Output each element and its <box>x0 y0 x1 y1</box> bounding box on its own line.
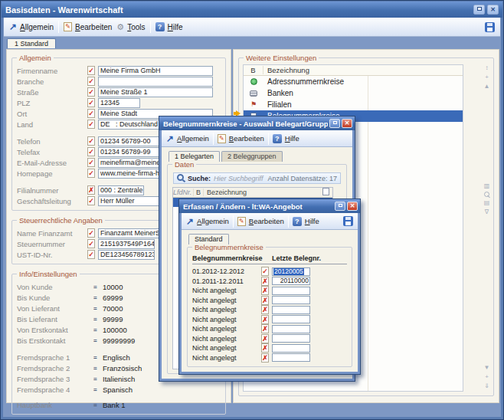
tree-row-adressnummernkreise[interactable]: Adressnummernkreise <box>244 76 463 87</box>
tab-beleggruppen[interactable]: 2 Beleggruppen <box>221 151 283 162</box>
locked-doc-icon[interactable]: ✗ <box>261 286 269 295</box>
tab-belegarten[interactable]: 1 Belegarten <box>169 151 220 162</box>
edit-doc-icon[interactable]: ✓ <box>87 239 95 248</box>
edit-doc-icon[interactable]: ✓ <box>87 66 95 75</box>
close-button[interactable]: ✕ <box>487 5 499 15</box>
edit-page-icon: ✎ <box>237 217 246 226</box>
bearbeiten-button[interactable]: ✎ Bearbeiten <box>237 217 284 226</box>
sort-icon[interactable]: ↕ <box>486 64 489 74</box>
search-placeholder[interactable]: Hier Suchbegriff <box>214 175 263 182</box>
locked-doc-icon[interactable]: ✗ <box>261 277 269 286</box>
restore-button[interactable] <box>329 119 340 128</box>
locked-doc-icon[interactable]: ✗ <box>261 315 269 324</box>
add-bottom-icon[interactable]: + <box>485 373 489 382</box>
edit-doc-icon[interactable]: ✓ <box>87 98 95 107</box>
allgemein-button[interactable]: ↗ Allgemein <box>166 134 209 143</box>
belegnr-input[interactable] <box>272 296 310 304</box>
belegnr-input[interactable] <box>272 306 310 314</box>
hilfe-button[interactable]: ? Hilfe <box>273 134 299 143</box>
belegnr-input[interactable] <box>272 315 310 323</box>
filter-icon[interactable]: ∇ <box>485 208 489 218</box>
beleg-row: Nicht angelegt✗ <box>191 286 348 296</box>
belegnr-input[interactable] <box>272 344 310 353</box>
tree-tool-strip: ↕ + ▲ ▥ ▤ ∇ ▼ + ⇓ <box>482 64 492 392</box>
locked-doc-icon[interactable]: ✗ <box>261 324 269 333</box>
locked-doc-icon[interactable]: ✗ <box>87 185 95 195</box>
readonly-icon: = <box>93 386 103 393</box>
search-icon <box>177 174 185 182</box>
filialnummer-field[interactable]: 000 : Zentrale <box>98 185 144 195</box>
bearbeiten-button[interactable]: ✎ Bearbeiten <box>64 22 112 31</box>
belegnr-input[interactable] <box>272 325 310 333</box>
readonly-icon: = <box>93 284 103 290</box>
edit-doc-icon[interactable]: ✓ <box>87 109 95 118</box>
tree-row-banken[interactable]: Banken <box>244 87 463 99</box>
edit-doc-icon[interactable]: ✓ <box>87 136 95 146</box>
move-up-icon[interactable]: ▲ <box>484 83 490 92</box>
locked-doc-icon[interactable]: ✗ <box>261 296 269 305</box>
belegnr-input[interactable]: 20110000 <box>272 277 310 285</box>
locked-doc-icon[interactable]: ✗ <box>261 334 269 343</box>
group-caption: Allgemein <box>17 54 54 62</box>
title-bar: Basisdaten - Warenwirtschaft ✕ <box>2 2 502 18</box>
edit-doc-icon[interactable]: ✓ <box>261 267 269 276</box>
edit-doc-icon[interactable]: ✓ <box>87 147 95 156</box>
locked-doc-icon[interactable]: ✗ <box>261 343 269 353</box>
plz-field[interactable]: 12345 <box>98 98 140 108</box>
edit-doc-icon[interactable]: ✓ <box>87 169 95 178</box>
tools-button[interactable]: ⚙ Tools <box>116 23 145 31</box>
tree-header[interactable]: B Bezeichnung <box>244 65 463 76</box>
toolbar-separator <box>288 215 289 228</box>
belegnr-input[interactable]: 20120005 <box>272 267 310 276</box>
save-button[interactable] <box>485 22 495 32</box>
hilfe-button[interactable]: ? Hilfe <box>293 217 319 226</box>
ustid-field[interactable]: DE123456789123 <box>98 250 155 260</box>
edit-doc-icon[interactable]: ✓ <box>87 196 95 205</box>
bearbeiten-button[interactable]: ✎ Bearbeiten <box>218 134 264 143</box>
allgemein-button[interactable]: ↗ Allgemein <box>186 217 229 225</box>
restore-button[interactable] <box>473 5 485 15</box>
firmenname-field[interactable]: Meine Firma GmbH <box>98 66 213 76</box>
copy-icon[interactable] <box>320 189 332 195</box>
belegnr-input[interactable] <box>272 353 310 362</box>
edit-doc-icon[interactable]: ✓ <box>87 158 95 167</box>
restore-button[interactable] <box>335 202 345 211</box>
beleg-row: 01.2012-12.2012✓20120005 <box>191 267 348 277</box>
close-button[interactable]: ✕ <box>342 119 352 128</box>
belegnr-input[interactable] <box>272 287 310 295</box>
rows-icon[interactable]: ▤ <box>484 199 490 208</box>
tree-row-filialen[interactable]: ⚑ Filialen <box>244 99 463 110</box>
columns-icon[interactable]: ▥ <box>484 182 490 192</box>
strasse-field[interactable]: Meine Straße 1 <box>98 87 213 97</box>
toolbar-separator <box>233 215 234 228</box>
to-bottom-icon[interactable]: ⇓ <box>484 382 489 392</box>
search-bar[interactable]: Suche: Hier Suchbegriff Anzahl Datensätz… <box>173 172 341 184</box>
edit-doc-icon[interactable]: ✓ <box>87 87 95 97</box>
readonly-icon: = <box>93 294 103 301</box>
finanzamt-field[interactable]: Finanzamt MeinerStadt <box>98 228 165 238</box>
steuernummer-field[interactable]: 2151937549P1644 <box>98 239 155 249</box>
belegnr-input[interactable] <box>272 334 310 343</box>
add-icon[interactable]: + <box>485 74 489 83</box>
edit-doc-icon[interactable]: ✓ <box>87 250 95 259</box>
move-down-icon[interactable]: ▼ <box>484 364 490 373</box>
beleg-row: Nicht angelegt✗ <box>191 315 348 325</box>
allgemein-button[interactable]: ↗ Allgemein <box>9 23 54 31</box>
edit-doc-icon[interactable]: ✓ <box>87 77 95 86</box>
hilfe-button[interactable]: ? Hilfe <box>155 22 183 31</box>
grid-header[interactable]: LfdNr. B Bezeichnung <box>173 188 332 198</box>
close-button[interactable]: ✕ <box>347 202 358 211</box>
locked-doc-icon[interactable]: ✗ <box>261 353 269 363</box>
search-icon[interactable] <box>483 192 490 199</box>
edit-doc-icon[interactable]: ✓ <box>87 228 95 238</box>
restore-icon <box>339 204 342 207</box>
restore-icon <box>333 121 337 124</box>
tab-standard[interactable]: 1 Standard <box>7 38 56 48</box>
tab-standard[interactable]: Standard <box>188 234 229 244</box>
info-row: Hauptbank=Bank 1 <box>17 399 221 410</box>
save-button[interactable] <box>343 216 353 226</box>
edit-doc-icon[interactable]: ✓ <box>87 120 95 129</box>
locked-doc-icon[interactable]: ✗ <box>261 305 269 314</box>
beleg-row: Nicht angelegt✗ <box>191 334 348 344</box>
branche-field[interactable] <box>98 77 213 87</box>
